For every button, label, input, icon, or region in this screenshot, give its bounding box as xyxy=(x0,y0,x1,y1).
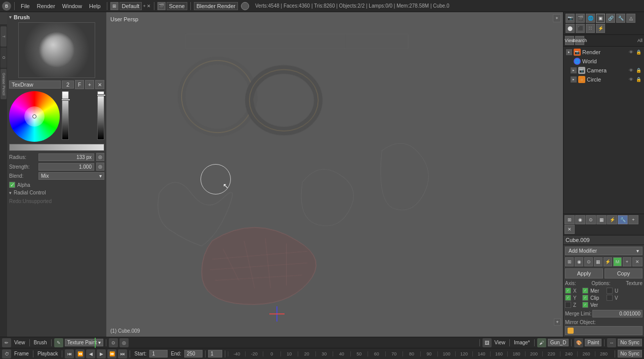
circle-eye[interactable]: 👁 xyxy=(629,77,633,82)
menu-help[interactable]: Help xyxy=(86,2,104,10)
render-lock[interactable]: 🔒 xyxy=(636,50,641,55)
props-tab-texture[interactable]: ⬛ xyxy=(576,24,585,33)
strength-value[interactable]: 1.000 xyxy=(38,163,94,171)
brush-close-btn[interactable]: ✕ xyxy=(95,80,104,89)
prop-icon-6-active[interactable]: 🔧 xyxy=(618,215,628,224)
scene-dropdown[interactable]: Scene xyxy=(167,2,187,10)
view-label-left[interactable]: View xyxy=(13,340,27,345)
nosync-timeline[interactable]: No Sync xyxy=(618,350,642,357)
radius-btn[interactable]: ◎ xyxy=(96,153,104,161)
props-tab-world[interactable]: 🌐 xyxy=(586,14,595,23)
alpha-slider[interactable] xyxy=(97,91,104,140)
props-tab-scene[interactable]: 🎬 xyxy=(576,14,585,23)
mod-icon-1[interactable]: ⊞ xyxy=(565,257,574,266)
props-tab-render[interactable]: 📷 xyxy=(566,14,575,23)
u-checkbox[interactable] xyxy=(607,288,613,294)
circle-expand[interactable]: ▸ xyxy=(571,76,577,83)
color-gradient-bar[interactable] xyxy=(9,144,104,151)
props-tab-modifiers[interactable]: 🔧 xyxy=(616,14,625,23)
radius-value[interactable]: 133 px xyxy=(38,153,94,161)
tree-item-circle[interactable]: ▸ ○ Circle 👁 🔒 xyxy=(565,75,643,84)
play-prev-frame[interactable]: ⏪ xyxy=(75,349,85,358)
color-wheel[interactable] xyxy=(9,91,60,142)
mod-icon-5[interactable]: ⚡ xyxy=(603,257,612,266)
editor-icon-left[interactable]: ✏ xyxy=(2,338,11,347)
tree-item-camera[interactable]: ▸ 📷 Camera 👁 🔒 xyxy=(565,66,643,75)
copy-button[interactable]: Copy xyxy=(605,268,642,278)
prop-icon-2[interactable]: ◉ xyxy=(575,215,585,224)
mod-icon-2[interactable]: ◉ xyxy=(575,257,583,266)
current-frame[interactable]: 1 xyxy=(208,350,222,357)
prop-icon-3[interactable]: ⊙ xyxy=(586,215,596,224)
blend-dropdown[interactable]: Mix ▾ xyxy=(38,172,104,180)
camera-lock[interactable]: 🔒 xyxy=(636,68,641,73)
strength-btn[interactable]: ◎ xyxy=(96,163,104,171)
paint-icon[interactable]: 🎨 xyxy=(574,338,583,347)
brush-f-btn[interactable]: F xyxy=(75,80,84,89)
play-next-frame[interactable]: ⏩ xyxy=(107,349,116,358)
layout-add[interactable]: + xyxy=(143,4,145,9)
view-label-right[interactable]: View xyxy=(493,340,507,345)
nosync-icon[interactable]: ↔ xyxy=(607,338,616,347)
tree-item-render[interactable]: ▸ 📷 Render 👁 🔒 xyxy=(565,48,643,57)
image-label[interactable]: Image* xyxy=(512,340,532,345)
nosync-dropdown[interactable]: No Sync xyxy=(618,339,642,346)
props-tab-constraints[interactable]: 🔗 xyxy=(606,14,615,23)
layout-close[interactable]: ✕ xyxy=(147,4,151,9)
mod-icon-add[interactable]: + xyxy=(623,257,631,266)
clip-checkbox[interactable]: ✓ xyxy=(582,295,588,301)
play-jump-end[interactable]: ⏭ xyxy=(118,349,127,358)
props-tab-data[interactable]: △ xyxy=(626,14,635,23)
axis-check-z[interactable] xyxy=(565,302,571,308)
search-btn[interactable]: Search xyxy=(575,36,584,45)
mod-icon-mirror-active[interactable]: M xyxy=(613,257,622,266)
viewport-split-btn[interactable]: + xyxy=(554,318,561,326)
main-viewport[interactable]: ↖ User Persp + + X Z (1) Cube.009 xyxy=(106,12,563,337)
viewport-corner-btn[interactable]: + xyxy=(553,14,561,22)
proportional-icon[interactable]: ◎ xyxy=(119,338,129,347)
end-value[interactable]: 250 xyxy=(184,350,203,357)
prop-icon-1[interactable]: ⊞ xyxy=(565,215,575,224)
vert-tab-grease[interactable]: Grease Pencil xyxy=(1,69,7,99)
menu-window[interactable]: Window xyxy=(59,2,85,10)
editor-icon-right[interactable]: 🖼 xyxy=(482,338,492,347)
render-eye[interactable]: 👁 xyxy=(629,50,633,55)
apply-button[interactable]: Apply xyxy=(565,268,603,278)
v-checkbox[interactable] xyxy=(607,295,613,301)
vert-tab-tools[interactable]: T xyxy=(1,26,7,47)
brush-add-btn[interactable]: + xyxy=(85,80,94,89)
prop-icon-8[interactable]: ✕ xyxy=(565,225,575,234)
mer-checkbox[interactable]: ✓ xyxy=(582,288,588,294)
play-jump-start[interactable]: ⏮ xyxy=(65,349,74,358)
merge-value[interactable]: 0.001000 xyxy=(592,310,642,317)
axis-check-x[interactable]: ✓ xyxy=(565,288,571,294)
gun-dropdown[interactable]: Gun_D xyxy=(548,339,569,346)
brush-name-input[interactable]: TexDraw xyxy=(9,81,61,89)
props-tab-particles[interactable]: ∷ xyxy=(586,24,595,33)
brush-num[interactable]: 2 xyxy=(62,81,74,89)
layout-dropdown[interactable]: Default xyxy=(119,2,142,10)
menu-render[interactable]: Render xyxy=(34,2,58,10)
circle-lock[interactable]: 🔒 xyxy=(636,77,641,82)
mod-icon-close[interactable]: ✕ xyxy=(632,257,642,266)
ver-checkbox[interactable]: ✓ xyxy=(582,302,588,308)
mod-icon-4[interactable]: ▦ xyxy=(594,257,602,266)
props-tab-physics[interactable]: ⚡ xyxy=(596,24,605,33)
vert-tab-options[interactable]: O xyxy=(1,48,7,68)
render-expand[interactable]: ▸ xyxy=(566,49,572,55)
paint-dropdown[interactable]: Paint xyxy=(585,339,601,346)
timeline-editor-icon[interactable]: ⏱ xyxy=(2,349,11,358)
start-value[interactable]: 1 xyxy=(149,350,168,357)
camera-eye[interactable]: 👁 xyxy=(629,68,633,73)
axis-check-y[interactable]: ✓ xyxy=(565,295,571,301)
play-forward[interactable]: ▶ xyxy=(97,349,106,358)
mod-icon-3[interactable]: ⊙ xyxy=(584,257,593,266)
value-slider[interactable] xyxy=(62,91,69,140)
camera-expand[interactable]: ▸ xyxy=(571,67,577,73)
menu-file[interactable]: File xyxy=(18,2,33,10)
alpha-checkbox[interactable]: ✓ xyxy=(9,182,15,188)
props-tab-object[interactable]: ▣ xyxy=(596,14,605,23)
prop-icon-5[interactable]: ⚡ xyxy=(607,215,617,224)
brush-label[interactable]: Brush xyxy=(32,340,49,345)
engine-dropdown[interactable]: Blender Render xyxy=(194,2,238,10)
